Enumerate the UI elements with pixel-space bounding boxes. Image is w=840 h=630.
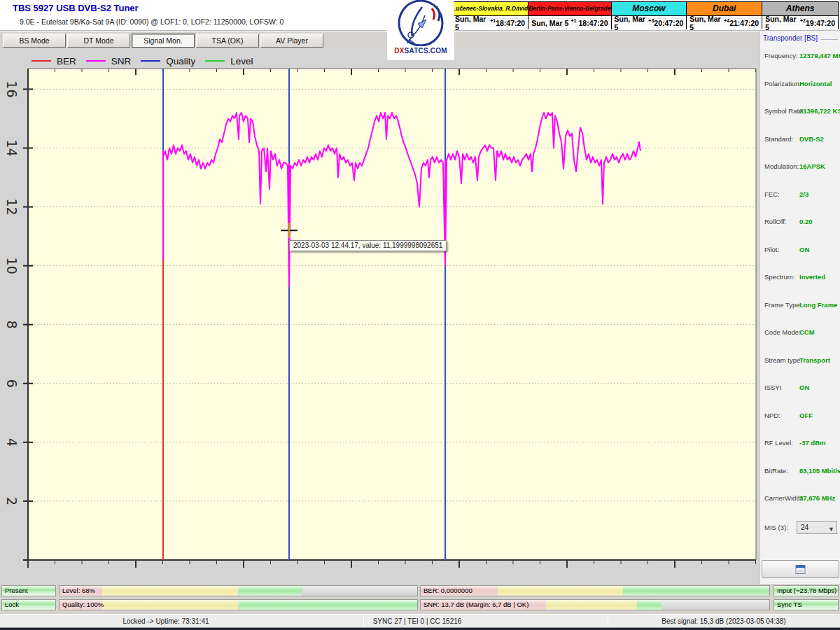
field-rflevel: RF Level:-37 dBm	[760, 439, 840, 449]
best-signal-status: Best signal: 15,3 dB (2023-03-05 04:38)	[662, 617, 785, 625]
mis-select[interactable]: 24 ▼	[797, 521, 837, 534]
field-symbolrate: Symbol Rate:31396,722 KS/s	[760, 107, 840, 117]
status-box-input: Input (~23,78 Mbps)	[774, 585, 839, 596]
status-box-lock: Lock	[1, 599, 56, 610]
field-label: ISSYI	[764, 384, 781, 391]
svg-text:2: 2	[4, 497, 20, 505]
field-streamtype: Stream type:Transport	[760, 356, 840, 366]
clock-utc-offset: +1	[490, 18, 496, 23]
field-pilot: Pilot:ON	[760, 246, 840, 255]
field-label: Symbol Rate:	[764, 107, 804, 115]
clock-utc-offset: +2	[800, 18, 806, 23]
field-modulation: Modulation:16APSK	[760, 162, 840, 172]
field-value: ON	[799, 384, 809, 391]
signal-status-bars: PresentLevel: 68%LockQuality: 100%BER: 0…	[0, 584, 840, 613]
tab-strip: BS ModeDT ModeSignal Mon.TSA (OK)AV Play…	[0, 31, 760, 48]
field-label: Stream type:	[764, 356, 802, 364]
tab-signal-mon-[interactable]: Signal Mon.	[132, 34, 195, 48]
bar-segment-yellow	[102, 600, 238, 610]
field-label: FEC:	[764, 190, 780, 198]
svg-text:12: 12	[4, 198, 20, 215]
field-value: ON	[799, 246, 809, 253]
field-value: 37,676 MHz	[799, 494, 835, 502]
uptime-status: Locked -> Uptime: 73:31:41	[122, 617, 209, 625]
field-bitrate: BitRate:83,105 Mbit/s	[760, 467, 840, 477]
bar-segment-yellow	[102, 586, 238, 596]
progress-lock: Quality: 100%	[59, 599, 418, 610]
clock-hms: 18:47:20	[578, 19, 608, 27]
field-value: -37 dBm	[799, 439, 825, 447]
tab-av-player[interactable]: AV Player	[260, 34, 323, 48]
dxsatcs-logo: DXSATCS.COM	[387, 0, 454, 60]
field-issyi: ISSYION	[760, 384, 840, 393]
field-value: DVB-S2	[799, 135, 824, 143]
plot-canvas[interactable]: 161412108642	[0, 48, 758, 583]
field-label: Modulation:	[764, 162, 799, 170]
signal-monitor-chart: BERSNRQualityLevel 161412108642 2023-03-…	[0, 48, 758, 583]
field-label: Spectrum:	[764, 273, 794, 281]
clock-hms: 18:47:20	[496, 19, 525, 27]
field-value: 83,105 Mbit/s	[799, 467, 840, 475]
clock-utc-offset: +4	[724, 18, 729, 23]
field-value: 16APSK	[799, 162, 825, 170]
bar-segment-yellow	[546, 600, 636, 610]
bar-text: Level: 68%	[62, 587, 95, 594]
progress-present: Level: 68%	[59, 585, 418, 596]
clock-date: Sun, Mar 5	[615, 15, 649, 31]
bar-text: BER: 0,0000000	[424, 587, 472, 594]
field-carrierwidth: CarrierWidth:37,676 MHz	[760, 494, 840, 504]
field-label: NPD:	[764, 412, 780, 419]
field-label: RollOff:	[764, 218, 787, 225]
field-label: BitRate:	[764, 467, 788, 475]
clock-time: Sun, Mar 5+219:47:20	[762, 16, 838, 29]
field-value: 0.20	[799, 218, 813, 225]
clock-hms: 20:47:20	[654, 19, 683, 27]
clock-hms: 19:47:20	[806, 19, 835, 27]
field-value: Horizontal	[799, 80, 832, 88]
clock-city-label: Berlin-Paris-Vienna-Belgrade	[528, 2, 610, 16]
field-frequency: Frequency:12379,447 MHz	[760, 52, 840, 62]
field-value: 12379,447 MHz	[799, 52, 840, 59]
logo-text: DXSATCS.COM	[387, 47, 454, 55]
app-title: TBS 5927 USB DVB-S2 Tuner	[13, 3, 139, 13]
status-bar: Locked -> Uptime: 73:31:41 SYNC 27 | TEI…	[0, 614, 840, 628]
save-button[interactable]	[762, 560, 839, 578]
chevron-down-icon: ▼	[828, 524, 834, 536]
svg-text:10: 10	[4, 258, 20, 274]
progress-ber: BER: 0,0000000	[420, 585, 770, 596]
bar-text: Quality: 100%	[62, 601, 104, 608]
field-codemode: Code Mode:CCM	[760, 328, 840, 338]
clock-luenec: Lučenec-Slovakia_R.DávidSun, Mar 5+118:4…	[452, 2, 528, 29]
svg-text:8: 8	[4, 321, 20, 329]
field-label: Pilot:	[764, 246, 779, 253]
clock-utc-offset: +1	[570, 18, 576, 23]
field-value: OFF	[799, 412, 813, 419]
svg-text:14: 14	[4, 139, 20, 156]
mis-row: MIS (3): 24 ▼	[760, 521, 840, 535]
statusbar-divider	[363, 616, 364, 626]
mis-value: 24	[801, 524, 808, 531]
field-spectrum: Spectrum:Inverted	[760, 273, 840, 283]
field-standard: Standard:DVB-S2	[760, 135, 840, 145]
bar-segment-yellow	[498, 586, 623, 596]
field-fec: FEC:2/3	[760, 190, 840, 200]
field-label: RF Level:	[764, 439, 793, 447]
field-value: Long Frame	[799, 301, 837, 309]
clock-time: Sun, Mar 5+320:47:20	[612, 16, 687, 29]
tab-tsa-ok-[interactable]: TSA (OK)	[196, 34, 259, 48]
field-label: Polarization:	[764, 80, 801, 88]
statusbar-divider	[608, 616, 608, 626]
series-snr	[163, 113, 640, 286]
field-value: Transport	[799, 356, 830, 364]
clock-utc-offset: +3	[648, 18, 654, 23]
bar-segment-green	[623, 586, 769, 596]
save-icon	[795, 565, 806, 574]
transponder-panel: Transponder [BS] Frequency:12379,447 MHz…	[760, 31, 840, 584]
clock-hms: 21:47:20	[729, 19, 759, 27]
satellite-dish-icon	[397, 0, 444, 46]
mis-label: MIS (3):	[764, 524, 788, 531]
field-value: CCM	[799, 328, 815, 336]
field-frametype: Frame Type:Long Frame	[760, 301, 840, 311]
tab-dt-mode[interactable]: DT Mode	[67, 34, 130, 48]
tab-bs-mode[interactable]: BS Mode	[3, 34, 66, 48]
